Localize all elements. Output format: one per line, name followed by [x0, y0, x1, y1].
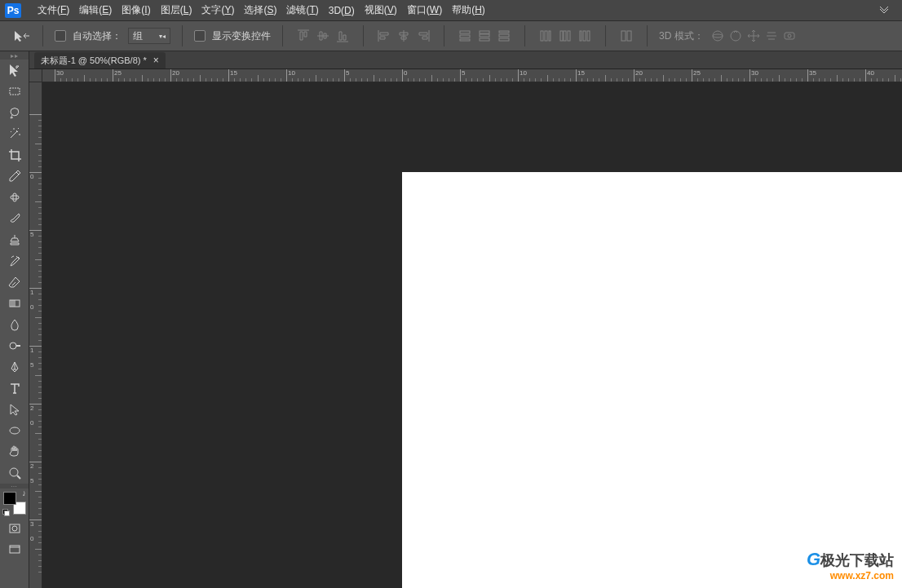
show-transform-label: 显示变换控件 — [212, 29, 271, 43]
divider — [444, 25, 444, 46]
menu-view[interactable]: 视图(V) — [360, 0, 402, 20]
distribute-top-icon[interactable] — [456, 27, 474, 45]
history-brush-tool[interactable] — [0, 250, 29, 272]
svg-rect-6 — [499, 31, 509, 33]
svg-point-29 — [10, 343, 16, 349]
align-vcenter-icon[interactable] — [314, 27, 332, 45]
shape-tool[interactable] — [0, 420, 29, 441]
zoom-tool[interactable] — [0, 462, 29, 484]
gradient-tool[interactable] — [0, 293, 29, 314]
mode-3d-label: 3D 模式： — [659, 29, 704, 43]
svg-rect-1 — [460, 35, 470, 38]
hand-tool[interactable] — [0, 441, 29, 462]
svg-rect-32 — [10, 524, 20, 533]
menu-file[interactable]: 文件(F) — [33, 0, 74, 20]
toolbox-handle[interactable]: ▸▸ — [0, 51, 29, 60]
auto-select-dropdown[interactable]: 组 ▾◂ — [128, 28, 170, 44]
vertical-ruler[interactable]: 051 01 52 02 53 0 — [29, 82, 42, 588]
svg-rect-3 — [480, 31, 489, 33]
menu-layer[interactable]: 图层(L) — [156, 0, 197, 20]
menu-window-label: 窗口 — [407, 4, 427, 15]
svg-rect-5 — [480, 38, 489, 41]
menu-3d[interactable]: 3D(D) — [324, 2, 360, 20]
align-top-icon[interactable] — [294, 27, 312, 45]
crop-tool[interactable] — [0, 144, 29, 166]
svg-rect-26 — [11, 196, 19, 199]
menu-layer-label: 图层 — [161, 4, 180, 15]
ruler-row: 302520151050510152025303540 — [29, 69, 902, 82]
align-right-icon[interactable] — [414, 27, 432, 45]
orbit-3d-icon[interactable] — [710, 29, 725, 43]
menubar: Ps 文件(F) 编辑(E) 图像(I) 图层(L) 文字(Y) 选择(S) 滤… — [0, 0, 902, 21]
menu-image[interactable]: 图像(I) — [117, 0, 155, 20]
svg-rect-8 — [499, 38, 509, 41]
svg-rect-19 — [627, 31, 631, 41]
roll-3d-icon[interactable] — [728, 29, 743, 43]
swap-colors-icon[interactable]: ⤸ — [21, 490, 27, 497]
show-transform-checkbox[interactable] — [194, 30, 206, 42]
type-tool[interactable] — [0, 378, 29, 399]
svg-rect-23 — [785, 33, 794, 39]
slide-3d-icon[interactable] — [764, 29, 779, 43]
svg-point-31 — [10, 468, 18, 476]
svg-point-20 — [713, 31, 723, 41]
menu-help[interactable]: 帮助(H) — [447, 0, 490, 20]
align-left-icon[interactable] — [375, 27, 393, 45]
screen-mode-tool[interactable] — [0, 539, 29, 560]
app-logo: Ps — [5, 3, 21, 18]
menu-window[interactable]: 窗口(W) — [402, 0, 447, 20]
path-selection-tool[interactable] — [0, 399, 29, 420]
distribute-left-icon[interactable] — [537, 27, 555, 45]
eraser-tool[interactable] — [0, 272, 29, 293]
menu-view-label: 视图 — [365, 4, 384, 15]
eyedropper-tool[interactable] — [0, 166, 29, 187]
blur-tool[interactable] — [0, 314, 29, 335]
menu-edit[interactable]: 编辑(E) — [74, 0, 117, 20]
rect-marquee-tool[interactable] — [0, 81, 29, 102]
menu-type-label: 文字 — [201, 4, 221, 15]
menu-image-label: 图像 — [122, 4, 141, 15]
clone-stamp-tool[interactable] — [0, 229, 29, 250]
ruler-origin[interactable] — [29, 69, 42, 82]
dodge-tool[interactable] — [0, 335, 29, 356]
mode-3d-group — [710, 29, 797, 43]
close-tab-icon[interactable]: × — [153, 55, 159, 66]
active-tool-icon[interactable] — [13, 29, 31, 43]
canvas-viewport[interactable]: G极光下载站 www.xz7.com — [42, 82, 902, 588]
document-tab[interactable]: 未标题-1 @ 50%(RGB/8) * × — [34, 52, 166, 69]
menu-filter[interactable]: 滤镜(T) — [281, 0, 323, 20]
move-tool[interactable] — [0, 60, 29, 81]
svg-rect-10 — [545, 31, 547, 41]
distribute-right-icon[interactable] — [576, 27, 594, 45]
divider — [42, 25, 43, 46]
scale-3d-icon[interactable] — [782, 29, 797, 43]
distribute-hcenter-icon[interactable] — [556, 27, 574, 45]
menu-type[interactable]: 文字(Y) — [197, 0, 239, 20]
toolbox: ▸▸ ⋯ ⤸ — [0, 51, 29, 588]
pen-tool[interactable] — [0, 356, 29, 378]
color-swatches[interactable]: ⤸ — [3, 492, 26, 515]
align-hcenter-icon[interactable] — [395, 27, 413, 45]
brush-tool[interactable] — [0, 208, 29, 229]
pan-3d-icon[interactable] — [746, 29, 761, 43]
auto-align-icon[interactable] — [617, 27, 635, 45]
healing-brush-tool[interactable] — [0, 187, 29, 208]
auto-select-checkbox[interactable] — [55, 30, 66, 42]
menu-select-label: 选择 — [244, 4, 263, 15]
expand-panels-icon[interactable] — [874, 2, 894, 18]
align-group-1 — [294, 27, 352, 45]
distribute-group-2 — [537, 27, 594, 45]
foreground-color[interactable] — [3, 492, 16, 505]
document-area: 未标题-1 @ 50%(RGB/8) * × 30252015105051015… — [29, 51, 902, 588]
menu-help-label: 帮助 — [452, 4, 471, 15]
quick-mask-tool[interactable] — [0, 518, 29, 539]
distribute-vcenter-icon[interactable] — [475, 27, 493, 45]
default-colors-icon[interactable] — [2, 509, 9, 515]
menu-select[interactable]: 选择(S) — [239, 0, 281, 20]
lasso-tool[interactable] — [0, 102, 29, 123]
canvas[interactable] — [402, 172, 902, 588]
distribute-bottom-icon[interactable] — [495, 27, 513, 45]
horizontal-ruler[interactable]: 302520151050510152025303540 — [42, 69, 902, 82]
align-bottom-icon[interactable] — [334, 27, 352, 45]
magic-wand-tool[interactable] — [0, 123, 29, 144]
